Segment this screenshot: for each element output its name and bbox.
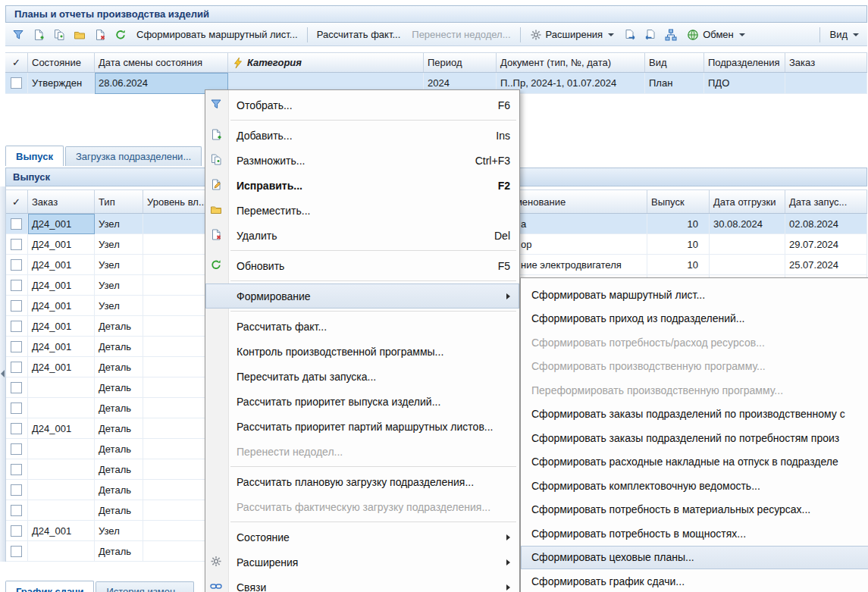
row-checkbox-cell[interactable] xyxy=(5,296,28,316)
checkbox[interactable] xyxy=(11,321,22,332)
submenu-resource-need[interactable]: Сформировать потребность/расход ресурсов… xyxy=(521,330,868,355)
menu-generation[interactable]: Формирование xyxy=(205,283,519,309)
checkbox[interactable] xyxy=(11,443,22,455)
menu-extensions[interactable]: Расширения xyxy=(205,550,519,575)
toolbar-filter-button[interactable] xyxy=(8,26,28,44)
menu-recalc-launch-dates[interactable]: Пересчитать даты запуска... xyxy=(205,364,519,389)
toolbar-extensions-button[interactable]: Расширения xyxy=(525,26,620,44)
toolbar-move-button[interactable] xyxy=(70,26,89,44)
row-checkbox-cell[interactable] xyxy=(5,521,28,541)
row-checkbox-cell[interactable] xyxy=(5,480,28,500)
row-checkbox-cell[interactable] xyxy=(5,377,28,398)
row-checkbox-cell[interactable] xyxy=(5,73,28,94)
submenu-material-needs[interactable]: Сформировать потребность в материальных … xyxy=(521,498,868,522)
toolbar-refresh-button[interactable] xyxy=(111,26,130,44)
row-checkbox-cell[interactable] xyxy=(5,459,28,480)
checkbox[interactable] xyxy=(11,464,22,475)
checkbox[interactable] xyxy=(11,300,22,312)
tab-pane-1[interactable]: Загрузка подразделени... xyxy=(65,146,202,166)
tab-pane-0[interactable]: Выпуск xyxy=(5,146,64,166)
row-checkbox-cell[interactable] xyxy=(5,214,28,234)
tab-bottom-0[interactable]: График сдачи xyxy=(5,581,94,592)
toolbar-delete-button[interactable] xyxy=(90,26,110,44)
toolbar-structure-button[interactable] xyxy=(661,26,681,44)
menu-refresh[interactable]: ОбновитьF5 xyxy=(205,253,519,278)
column-header-7[interactable]: Выпуск xyxy=(647,190,710,213)
row-checkbox-cell[interactable] xyxy=(5,234,28,255)
column-header-2[interactable]: Тип xyxy=(95,190,143,213)
menu-move[interactable]: Переместить... xyxy=(205,198,519,223)
toolbar-exchange-button[interactable]: Обмен xyxy=(682,26,750,44)
column-header-4[interactable]: Период xyxy=(424,53,497,72)
checkbox[interactable] xyxy=(11,402,22,414)
column-header-2[interactable]: Дата смены состояния xyxy=(95,53,228,72)
column-header-9[interactable]: Дата запус... xyxy=(785,190,867,213)
row-checkbox-cell[interactable] xyxy=(5,255,28,275)
checkbox[interactable] xyxy=(11,423,22,434)
checkbox[interactable] xyxy=(11,77,22,89)
toolbar-generate-route-sheet-button[interactable]: Сформировать маршрутный лист... xyxy=(131,26,303,44)
toolbar-view-button[interactable]: Вид xyxy=(824,26,864,44)
menu-delete[interactable]: УдалитьDel xyxy=(205,223,519,248)
checkbox[interactable] xyxy=(11,525,22,537)
checkbox[interactable] xyxy=(11,218,22,230)
submenu-delivery-schedule[interactable]: Сформировать график сдачи... xyxy=(521,569,868,592)
menu-program-control[interactable]: Контроль производственной программы... xyxy=(205,339,519,364)
toolbar-carry-over-button[interactable]: Перенести недодел... xyxy=(406,26,515,44)
column-header-5[interactable]: Документ (тип, №, дата) xyxy=(497,53,645,72)
menu-calc-actual-load[interactable]: Рассчитать фактическую загрузку подразде… xyxy=(205,494,519,519)
column-header-8[interactable]: Заказ xyxy=(785,53,867,72)
row-checkbox-cell[interactable] xyxy=(5,316,28,337)
row-checkbox-cell[interactable] xyxy=(5,439,28,459)
checkbox[interactable] xyxy=(11,239,22,250)
menu-links[interactable]: Связи xyxy=(205,575,519,592)
column-header-8[interactable]: Дата отгрузки xyxy=(710,190,785,213)
checkbox[interactable] xyxy=(11,259,22,271)
menu-state[interactable]: Состояние xyxy=(205,525,519,550)
submenu-capacity-needs[interactable]: Сформировать потребность в мощностях... xyxy=(521,522,868,546)
checkbox[interactable] xyxy=(11,341,22,352)
column-header-1[interactable]: Состояние xyxy=(28,53,95,72)
menu-duplicate[interactable]: Размножить...Ctrl+F3 xyxy=(205,148,519,173)
menu-calc-fact[interactable]: Рассчитать факт... xyxy=(205,314,519,339)
column-header-3[interactable]: Категория xyxy=(228,53,424,72)
toolbar-export-button[interactable] xyxy=(620,26,640,44)
submenu-route-sheet[interactable]: Сформировать маршрутный лист... xyxy=(521,283,868,307)
row-checkbox-cell[interactable] xyxy=(5,398,28,418)
submenu-orders-by-needs[interactable]: Сформировать заказы подразделений по пот… xyxy=(521,426,868,450)
row-checkbox-cell[interactable] xyxy=(5,275,28,296)
toolbar-calculate-fact-button[interactable]: Рассчитать факт... xyxy=(312,26,406,44)
menu-edit[interactable]: Исправить...F2 xyxy=(205,173,519,198)
row-checkbox-cell[interactable] xyxy=(5,357,28,377)
menu-add[interactable]: Добавить...Ins xyxy=(205,123,519,148)
checkbox[interactable] xyxy=(11,546,22,557)
column-header-6[interactable]: Вид xyxy=(645,53,704,72)
menu-calc-planned-load[interactable]: Рассчитать плановую загрузку подразделен… xyxy=(205,469,519,494)
toolbar-import-button[interactable] xyxy=(641,26,660,44)
toolbar-duplicate-button[interactable] xyxy=(49,26,69,44)
column-header-7[interactable]: Подразделения xyxy=(704,53,785,72)
menu-calc-batch-priority[interactable]: Рассчитать приоритет партий маршрутных л… xyxy=(205,414,519,439)
pane-splitter[interactable] xyxy=(0,186,6,562)
submenu-production-program[interactable]: Сформировать производственную программу.… xyxy=(521,355,868,379)
row-checkbox-cell[interactable] xyxy=(5,541,28,562)
checkbox[interactable] xyxy=(11,362,22,373)
menu-select[interactable]: Отобрать...F6 xyxy=(205,92,519,117)
checkbox[interactable] xyxy=(11,505,22,516)
submenu-picking-list[interactable]: Сформировать комплектовочную ведомость..… xyxy=(521,474,868,498)
submenu-receipt-from-divisions[interactable]: Сформировать приход из подразделений... xyxy=(521,307,868,331)
checkbox[interactable] xyxy=(11,382,22,393)
tab-bottom-1[interactable]: История измен... xyxy=(96,581,193,592)
column-header-1[interactable]: Заказ xyxy=(28,190,95,213)
menu-calc-output-priority[interactable]: Рассчитать приоритет выпуска изделий... xyxy=(205,389,519,414)
toolbar-add-button[interactable] xyxy=(29,26,49,44)
row-checkbox-cell[interactable] xyxy=(5,337,28,357)
submenu-reform-program[interactable]: Переформировать производственную програм… xyxy=(521,378,868,402)
submenu-orders-by-production[interactable]: Сформировать заказы подразделений по про… xyxy=(521,402,868,427)
row-checkbox-cell[interactable] xyxy=(5,418,28,439)
submenu-expense-invoices[interactable]: Сформировать расходные накладные на отпу… xyxy=(521,450,868,475)
checkbox[interactable] xyxy=(11,484,22,496)
row-checkbox-cell[interactable] xyxy=(5,500,28,521)
checkbox[interactable] xyxy=(11,280,22,291)
submenu-shop-plans[interactable]: Сформировать цеховые планы... xyxy=(521,546,868,570)
